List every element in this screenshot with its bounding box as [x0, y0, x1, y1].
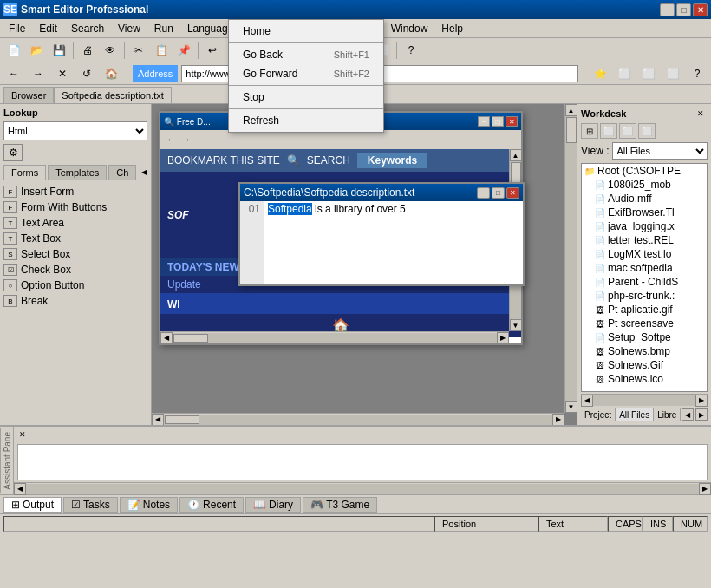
- minimize-button[interactable]: −: [660, 3, 675, 16]
- wd-btn-4[interactable]: ⬜: [638, 123, 656, 139]
- wd-btn-1[interactable]: ⊞: [581, 123, 598, 139]
- menu-window[interactable]: Window: [384, 20, 435, 37]
- list-item[interactable]: T Text Area: [3, 215, 147, 231]
- copy-button[interactable]: 📋: [151, 41, 172, 60]
- print-button[interactable]: 🖨: [77, 41, 98, 60]
- tree-root[interactable]: 📁 Root (C:\SOFTPE: [582, 164, 707, 178]
- lookup-tab-forms[interactable]: Forms: [3, 165, 46, 180]
- list-item[interactable]: B Break: [3, 293, 147, 309]
- editor-close-btn[interactable]: ✕: [506, 187, 519, 199]
- center-vscroll-down[interactable]: ▼: [565, 401, 577, 413]
- nav-extra-1[interactable]: ⭐: [590, 64, 610, 83]
- center-hscroll-right[interactable]: ▶: [552, 414, 564, 426]
- tree-item[interactable]: 📄 LogMX test.lo: [582, 247, 707, 261]
- tree-item[interactable]: 📄 letter test.REL: [582, 233, 707, 247]
- new-button[interactable]: 📄: [3, 41, 24, 60]
- menu-refresh[interactable]: Refresh: [229, 111, 383, 130]
- tab-description[interactable]: Softpedia description.txt: [54, 87, 171, 103]
- tab-browser[interactable]: Browser: [3, 87, 54, 103]
- close-button[interactable]: ✕: [693, 3, 708, 16]
- nav-extra-2[interactable]: ⬜: [614, 64, 635, 83]
- menu-go-forward[interactable]: Go Forward Shift+F2: [229, 64, 383, 83]
- tab-t3game[interactable]: 🎮 T3 Game: [303, 497, 377, 513]
- tree-item[interactable]: 📄 mac.softpedia: [582, 261, 707, 275]
- menu-search[interactable]: Search: [64, 20, 111, 37]
- nav-stop-button[interactable]: ✕: [52, 64, 73, 83]
- list-item[interactable]: ○ Option Button: [3, 278, 147, 293]
- nav-help[interactable]: ?: [687, 64, 708, 83]
- embedded-forward[interactable]: →: [179, 133, 193, 147]
- vscroll-down[interactable]: ▼: [510, 319, 522, 331]
- paste-button[interactable]: 📌: [173, 41, 194, 60]
- undo-button[interactable]: ↩: [202, 41, 223, 60]
- menu-home[interactable]: Home: [229, 22, 383, 41]
- vscroll-up[interactable]: ▲: [510, 149, 522, 161]
- workdesk-close-btn[interactable]: ✕: [694, 108, 708, 120]
- editor-text-area[interactable]: Softpedia is a library of over 5: [264, 201, 523, 284]
- hscroll-left[interactable]: ◀: [160, 332, 173, 344]
- tree-item[interactable]: 🖼 Pt aplicatie.gif: [582, 303, 707, 317]
- wd-tab-scroll-right[interactable]: ▶: [695, 408, 708, 421]
- list-item[interactable]: F Insert Form: [3, 184, 147, 199]
- tree-item[interactable]: 📄 Audio.mff: [582, 192, 707, 206]
- hscroll-right[interactable]: ▶: [497, 332, 509, 344]
- menu-go-back[interactable]: Go Back Shift+F1: [229, 45, 383, 64]
- wd-tab-allfiles[interactable]: All Files: [616, 408, 654, 421]
- tree-item[interactable]: 📄 Setup_Softpe: [582, 330, 707, 344]
- menu-view[interactable]: View: [111, 20, 147, 37]
- help-button[interactable]: ?: [401, 41, 421, 60]
- tree-item[interactable]: 🖼 Solnews.Gif: [582, 358, 707, 372]
- preview-button[interactable]: 👁: [100, 41, 121, 60]
- nav-forward-button[interactable]: →: [28, 64, 49, 83]
- tree-item[interactable]: 🖼 Solnews.ico: [582, 372, 707, 386]
- wd-tab-project[interactable]: Project: [581, 408, 616, 421]
- center-vscroll-up[interactable]: ▲: [565, 104, 577, 116]
- view-select[interactable]: All Files: [612, 142, 708, 160]
- tree-item[interactable]: 🖼 Solnews.bmp: [582, 344, 707, 358]
- nav-extra-4[interactable]: ⬜: [662, 64, 683, 83]
- pane-hscroll-left[interactable]: ◀: [14, 483, 26, 495]
- open-button[interactable]: 📂: [26, 41, 47, 60]
- center-vscroll-thumb[interactable]: [566, 117, 577, 143]
- lookup-tab-templates[interactable]: Templates: [48, 165, 107, 180]
- browser-close-btn[interactable]: ✕: [506, 116, 518, 127]
- wd-tab-libre[interactable]: Libre: [654, 408, 681, 421]
- tab-recent[interactable]: 🕐 Recent: [179, 497, 244, 513]
- lookup-language-select[interactable]: Html: [3, 121, 147, 140]
- tree-item[interactable]: 📄 php-src-trunk.:: [582, 289, 707, 303]
- browser-maximize-btn[interactable]: □: [492, 116, 504, 127]
- embedded-back[interactable]: ←: [164, 133, 178, 147]
- wd-btn-3[interactable]: ⬜: [619, 123, 636, 139]
- nav-refresh-button[interactable]: ↺: [76, 64, 97, 83]
- tab-tasks[interactable]: ☑ Tasks: [63, 497, 118, 513]
- tree-item[interactable]: 📄 ExifBrowser.Tl: [582, 206, 707, 219]
- cut-button[interactable]: ✂: [128, 41, 149, 60]
- list-item[interactable]: F Form With Buttons: [3, 199, 147, 215]
- lookup-tab-ch[interactable]: Ch: [108, 165, 136, 180]
- wd-hscroll-right[interactable]: ▶: [695, 395, 708, 407]
- save-button[interactable]: 💾: [49, 41, 69, 60]
- list-item[interactable]: S Select Box: [3, 246, 147, 262]
- tab-notes[interactable]: 📝 Notes: [120, 497, 178, 513]
- menu-edit[interactable]: Edit: [32, 20, 64, 37]
- wd-hscroll-left[interactable]: ◀: [581, 395, 593, 407]
- browser-minimize-btn[interactable]: −: [478, 116, 490, 127]
- menu-stop[interactable]: Stop: [229, 88, 383, 107]
- nav-back-button[interactable]: ←: [3, 64, 24, 83]
- tree-item[interactable]: 📄 1080i25_mob: [582, 178, 707, 192]
- lookup-action-btn[interactable]: ⚙: [3, 144, 23, 161]
- nav-extra-3[interactable]: ⬜: [638, 64, 659, 83]
- pane-hscroll-right[interactable]: ▶: [699, 483, 711, 495]
- menu-file[interactable]: File: [2, 20, 32, 37]
- tree-item[interactable]: 📄 Parent - ChildS: [582, 275, 707, 289]
- tab-diary[interactable]: 📖 Diary: [245, 497, 301, 513]
- hscroll-thumb[interactable]: [173, 334, 208, 343]
- maximize-button[interactable]: □: [676, 3, 691, 16]
- tree-item[interactable]: 🖼 Pt screensave: [582, 317, 707, 330]
- pane-close-btn[interactable]: ✕: [16, 428, 29, 441]
- tree-item[interactable]: 📄 java_logging.x: [582, 219, 707, 233]
- tab-prev[interactable]: ◀: [138, 165, 150, 179]
- menu-run[interactable]: Run: [147, 20, 180, 37]
- list-item[interactable]: T Text Box: [3, 231, 147, 246]
- editor-maximize-btn[interactable]: □: [492, 187, 505, 199]
